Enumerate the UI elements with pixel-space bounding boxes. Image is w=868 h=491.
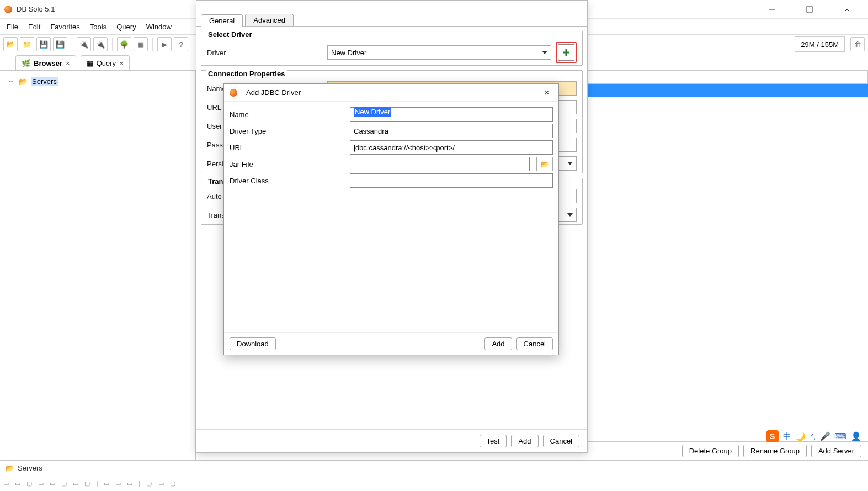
ime-badge[interactable]: S <box>766 430 779 442</box>
close-tab-query[interactable]: × <box>119 59 124 67</box>
query-icon: ▦ <box>87 59 93 67</box>
jdbc-name-label: Name <box>230 110 345 119</box>
user-icon[interactable]: 👤 <box>851 431 861 441</box>
jdbc-dialog-footer: Download Add Cancel <box>224 332 558 355</box>
rename-group-button[interactable]: Rename Group <box>743 445 807 457</box>
add-server-button[interactable]: Add Server <box>811 445 861 457</box>
add-connection-button[interactable]: Add <box>511 435 538 447</box>
download-button[interactable]: Download <box>230 337 276 350</box>
ime-lang[interactable]: 中 <box>783 431 791 441</box>
menu-tools[interactable]: Tools <box>90 23 106 31</box>
tab-query[interactable]: ▦ Query × <box>81 55 130 70</box>
app-icon <box>4 6 12 13</box>
save-all-button[interactable]: 💾 <box>53 37 67 51</box>
grid-icon: ▦ <box>137 40 144 49</box>
browse-jar-button[interactable]: 📂 <box>536 157 553 171</box>
tree-icon: 🌳 <box>120 40 129 49</box>
folder-open-icon: 📂 <box>6 40 15 49</box>
jdbc-url-input[interactable] <box>350 140 553 155</box>
app-icon <box>230 89 237 97</box>
menu-query[interactable]: Query <box>116 23 136 31</box>
driver-label: Driver <box>207 49 323 57</box>
menu-favorites[interactable]: Favorites <box>50 23 79 31</box>
folder-open-icon: 📂 <box>540 160 549 168</box>
plus-icon <box>562 48 571 57</box>
select-driver-legend: Select Driver <box>206 30 254 39</box>
close-tab-browser[interactable]: × <box>66 59 70 67</box>
tab-query-label: Query <box>97 59 116 67</box>
mic-icon[interactable]: 🎤 <box>820 431 830 441</box>
tree-view-button[interactable]: 🌳 <box>117 37 131 51</box>
tree-node-servers[interactable]: ··· 📂 Servers <box>4 76 191 87</box>
jdbc-type-label: Driver Type <box>230 127 345 135</box>
statusbar: 📂 Servers <box>0 460 868 476</box>
jdbc-type-select[interactable]: Cassandra <box>350 124 553 138</box>
jdbc-dialog-title: Add JDBC Driver <box>246 88 301 97</box>
add-driver-button[interactable] <box>558 44 574 61</box>
toolbar-glyphs: ▭ ▭ ▢ ▭ ▭ ▢ ▭ ▢ | ▭ ▭ ▭ | ▢ ▭ ▢ <box>3 480 178 487</box>
keyboard-icon[interactable]: ⌨ <box>834 431 846 441</box>
plug-icon: 🔌 <box>79 40 88 49</box>
maximize-button[interactable] <box>797 2 822 17</box>
save-all-icon: 💾 <box>56 40 65 49</box>
svg-rect-1 <box>807 7 812 12</box>
select-driver-fieldset: Select Driver Driver New Driver <box>201 31 583 66</box>
app-title: DB Solo 5.1 <box>17 5 55 13</box>
tab-browser-label: Browser <box>34 59 62 67</box>
jdbc-url-label: URL <box>230 144 345 152</box>
minimize-button[interactable] <box>760 2 784 17</box>
add-jdbc-driver-dialog: Add JDBC Driver × Name New Driver Driver… <box>223 83 559 355</box>
connection-properties-legend: Connection Properties <box>206 70 287 78</box>
save-button[interactable]: 💾 <box>36 37 51 51</box>
connection-tabs: General Advanced <box>196 12 587 27</box>
folder-icon: 📁 <box>23 40 31 49</box>
help-button[interactable]: ? <box>174 37 188 51</box>
connection-dialog-footer: Test Add Cancel <box>196 429 587 452</box>
ime-tray: S 中 🌙 °, 🎤 ⌨ 👤 <box>764 429 865 444</box>
jdbc-name-input[interactable]: New Driver <box>350 107 553 122</box>
comma-icon[interactable]: °, <box>810 431 816 441</box>
open-button[interactable]: 📂 <box>3 37 18 51</box>
minimize-icon <box>769 6 775 13</box>
connect-button[interactable]: 🔌 <box>77 37 91 51</box>
jdbc-class-label: Driver Class <box>230 177 345 185</box>
jdbc-close-button[interactable]: × <box>541 88 553 98</box>
folder-open-icon: 📂 <box>19 77 28 86</box>
tab-browser[interactable]: 🌿 Browser × <box>15 55 76 70</box>
help-icon: ? <box>179 40 183 49</box>
cancel-connection-button[interactable]: Cancel <box>543 435 579 447</box>
trash-icon: 🗑 <box>854 40 861 49</box>
tree-label-servers: Servers <box>31 77 58 86</box>
menu-edit[interactable]: Edit <box>28 23 40 31</box>
grid-view-button[interactable]: ▦ <box>134 37 148 51</box>
save-icon: 💾 <box>39 40 48 49</box>
jdbc-add-button[interactable]: Add <box>484 337 512 350</box>
add-driver-highlight <box>556 42 577 63</box>
memory-indicator: 29M / 155M <box>795 36 845 52</box>
open2-button[interactable]: 📁 <box>20 37 34 51</box>
tab-general[interactable]: General <box>201 14 243 27</box>
browser-icon: 🌿 <box>22 59 30 67</box>
jdbc-jar-input[interactable] <box>350 157 530 171</box>
maximize-icon <box>806 6 813 13</box>
status-path: Servers <box>18 464 42 472</box>
test-button[interactable]: Test <box>480 435 507 447</box>
jdbc-class-input[interactable] <box>350 173 553 188</box>
menu-file[interactable]: File <box>7 23 18 31</box>
tab-advanced[interactable]: Advanced <box>245 14 294 26</box>
gc-button[interactable]: 🗑 <box>850 37 865 51</box>
jdbc-jar-label: Jar File <box>230 160 345 168</box>
tree-toggle-icon[interactable]: ··· <box>9 78 15 85</box>
moon-icon[interactable]: 🌙 <box>795 431 806 441</box>
close-icon <box>844 6 850 13</box>
disconnect-button[interactable]: 🔌 <box>93 37 108 51</box>
bottom-toolbar: ▭ ▭ ▢ ▭ ▭ ▢ ▭ ▢ | ▭ ▭ ▭ | ▢ ▭ ▢ <box>0 476 868 491</box>
jdbc-dialog-titlebar: Add JDBC Driver × <box>224 84 558 102</box>
jdbc-cancel-button[interactable]: Cancel <box>516 337 553 350</box>
menu-window[interactable]: Window <box>146 23 172 31</box>
driver-select[interactable]: New Driver <box>327 45 551 60</box>
close-button[interactable] <box>835 2 859 17</box>
run-button[interactable]: ▶ <box>157 37 172 51</box>
play-icon: ▶ <box>162 40 167 49</box>
delete-group-button[interactable]: Delete Group <box>682 445 739 457</box>
